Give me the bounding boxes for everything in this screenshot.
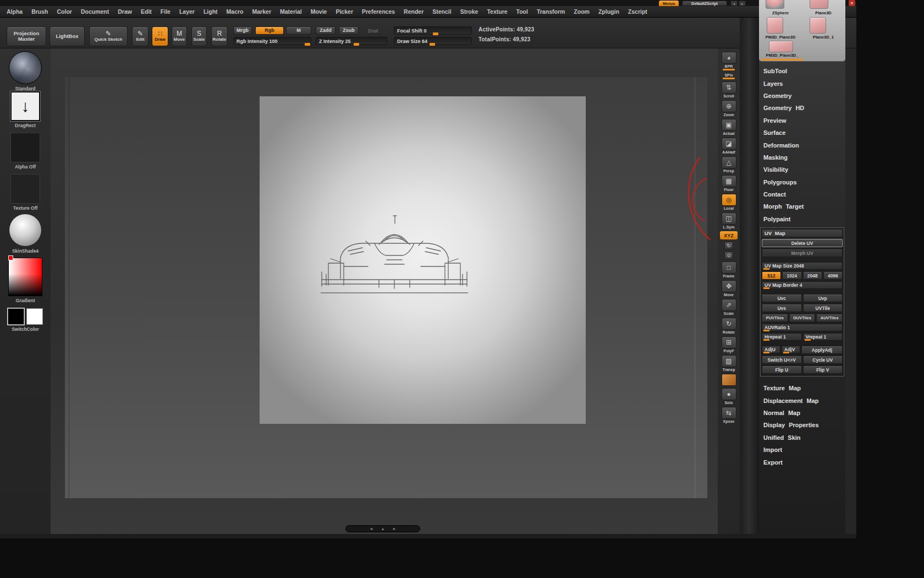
tool-section-header[interactable]: Morph Target <box>759 200 845 212</box>
slider-handle[interactable] <box>305 43 310 46</box>
flat-color-button[interactable] <box>722 374 736 386</box>
uv-size-2048-button[interactable]: 2048 <box>803 271 822 280</box>
uv-size-4096-button[interactable]: 4096 <box>823 271 843 280</box>
tool-thumb-plane3d[interactable] <box>810 0 828 9</box>
z-intensity-slider[interactable]: Z Intensity 25 <box>316 37 387 45</box>
menu-item[interactable]: Document <box>76 8 113 15</box>
canvas-scrollbar[interactable]: ◄ ▲ ► <box>345 525 420 532</box>
tool-section-header[interactable]: Masking <box>759 151 845 163</box>
adjv-slider[interactable]: AdjV <box>782 346 800 353</box>
guvtiles-button[interactable]: GUVTiles <box>789 314 816 322</box>
menu-item[interactable]: Material <box>276 8 306 15</box>
xyz-button[interactable]: XYZ <box>720 231 738 239</box>
draw-size-slider[interactable]: Draw Size 64 <box>394 37 472 45</box>
menu-item[interactable]: Brush <box>27 8 52 15</box>
transparency-button[interactable]: ▨ Transp <box>722 355 736 372</box>
tool-section-header[interactable]: SubTool <box>759 65 845 77</box>
color-gradient-widget[interactable]: Gradient <box>0 258 51 303</box>
move-button[interactable]: M Move <box>172 26 187 46</box>
menu-item[interactable]: Macro <box>222 8 248 15</box>
tray-divider[interactable] <box>740 18 759 538</box>
rgb-button[interactable]: Rgb <box>255 26 284 35</box>
switch-uv-button[interactable]: Switch U<>V <box>762 356 802 364</box>
tool-thumb-pm3d-plane3d[interactable] <box>767 17 783 34</box>
zadd-button[interactable]: Zadd <box>316 26 336 35</box>
spix-button[interactable]: SPix <box>723 73 735 79</box>
stroke-thumbnail[interactable]: ↓ <box>10 91 40 121</box>
current-alpha-widget[interactable]: Alpha Off <box>0 133 51 170</box>
uvc-button[interactable]: Uvc <box>762 294 802 302</box>
persp-button[interactable]: △ Persp <box>722 156 736 173</box>
applyadj-button[interactable]: ApplyAdj <box>801 346 843 354</box>
edit-button[interactable]: ✎ Edit <box>132 26 148 46</box>
tool-section-header[interactable]: Surface <box>759 127 845 139</box>
lsym-button[interactable]: ◫ L.Sym <box>722 212 736 229</box>
quick-sketch-button[interactable]: ✎ Quick Sketch <box>89 26 128 46</box>
uvtile-button[interactable]: UVTile <box>803 304 843 312</box>
tool-section-header[interactable]: Displacement Map <box>759 394 845 406</box>
lightbox-button[interactable]: LightBox <box>50 26 85 46</box>
scale-3d-button[interactable]: ⇗ Scale <box>722 299 736 315</box>
tool-thumb-plane3d-1[interactable] <box>810 17 826 34</box>
tool-section-header[interactable]: Preview <box>759 114 845 127</box>
tool-thumb-selected[interactable] <box>769 41 793 52</box>
rotate-3d-button[interactable]: ↻ Rotate <box>722 318 736 334</box>
menu-item[interactable]: Render <box>399 8 428 15</box>
plane3d-texture-preview[interactable] <box>260 96 586 424</box>
tool-section-header[interactable]: Texture Map <box>759 382 845 394</box>
current-stroke-widget[interactable]: ↓ DragRect <box>0 91 51 128</box>
vrepeat-slider[interactable]: Vrepeat 1 <box>803 333 843 341</box>
rotate-button[interactable]: R Rotate <box>211 26 228 46</box>
menu-item[interactable]: Color <box>53 8 76 15</box>
auv-ratio-slider[interactable]: AUVRatio 1 <box>762 324 843 331</box>
scroll-left-icon[interactable]: ◄ <box>370 527 373 531</box>
polyframe-button[interactable]: ⊞ PolyF <box>722 336 736 353</box>
tool-section-header[interactable]: Normal Map <box>759 407 845 419</box>
brush-thumbnail[interactable] <box>9 51 42 84</box>
menu-item[interactable]: Movie <box>306 8 332 15</box>
hrepeat-slider[interactable]: Hrepeat 1 <box>762 333 802 341</box>
uv-size-512-button[interactable]: 512 <box>762 271 781 280</box>
uv-size-1024-button[interactable]: 1024 <box>782 271 801 280</box>
alpha-thumbnail[interactable] <box>10 133 40 162</box>
projection-master-button[interactable]: Projection Master <box>7 26 46 46</box>
uvp-button[interactable]: Uvp <box>803 294 843 302</box>
menu-item[interactable]: Draw <box>113 8 136 15</box>
tool-section-header[interactable]: Layers <box>759 77 845 89</box>
flip-u-button[interactable]: Flip U <box>762 366 802 374</box>
slider-handle[interactable] <box>433 32 438 35</box>
menu-item[interactable]: Transform <box>532 8 569 15</box>
morph-uv-button[interactable]: Morph UV <box>762 249 843 257</box>
tool-thumb-zsphere[interactable] <box>766 0 784 9</box>
auvtiles-button[interactable]: AUVTiles <box>816 314 843 322</box>
move-3d-button[interactable]: ✥ Move <box>722 280 736 297</box>
scroll-right-icon[interactable]: ► <box>392 527 396 531</box>
floor-button[interactable]: ▦ Floor <box>722 175 736 192</box>
actual-button[interactable]: ▣ Actual <box>722 119 736 135</box>
uv-map-header[interactable]: UV Map <box>762 229 843 237</box>
menu-item[interactable]: Stencil <box>428 8 455 15</box>
scroll-button[interactable]: ⇅ Scroll <box>722 81 736 98</box>
default-zscript-button[interactable]: DefaultZScript <box>682 1 727 6</box>
zbrush-document[interactable] <box>65 77 707 498</box>
menu-item[interactable]: Alpha <box>2 8 27 15</box>
focal-shift-slider[interactable]: Focal Shift 0 <box>394 26 472 35</box>
tool-section-header[interactable]: Polygroups <box>759 176 845 188</box>
flip-v-button[interactable]: Flip V <box>803 366 843 374</box>
bpr-button[interactable]: ◕ BPR <box>722 52 736 70</box>
pivot-button[interactable]: ⊙ <box>724 252 733 259</box>
puvtiles-button[interactable]: PUVTiles <box>762 314 788 322</box>
uv-map-border-slider[interactable]: UV Map Border 4 <box>762 281 843 289</box>
menu-item[interactable]: File <box>156 8 175 15</box>
close-icon[interactable]: ✕ <box>849 0 855 6</box>
tool-section-header[interactable]: Geometry <box>759 90 845 102</box>
rgb-intensity-slider[interactable]: Rgb Intensity 100 <box>233 37 311 45</box>
uv-map-size-slider[interactable]: UV Map Size 2048 <box>762 262 843 270</box>
scroll-up-icon[interactable]: ▲ <box>381 527 385 531</box>
material-thumbnail[interactable] <box>9 214 42 247</box>
secondary-color-swatch[interactable] <box>26 308 43 325</box>
tool-section-header[interactable]: Geometry HD <box>759 102 845 114</box>
zsub-button[interactable]: Zsub <box>339 26 359 35</box>
menu-item[interactable]: Picker <box>331 8 358 15</box>
local-button[interactable]: ◎ Local <box>722 194 736 210</box>
